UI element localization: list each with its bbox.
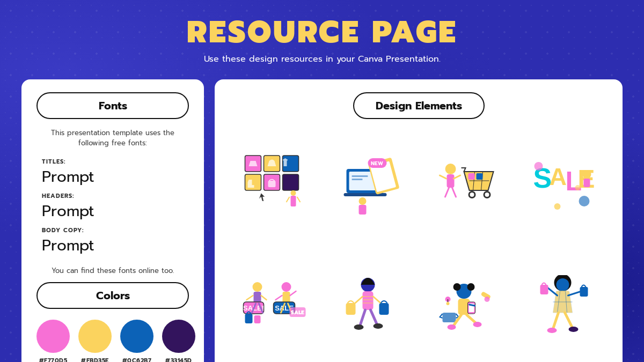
illustration-sale-text: S A L E bbox=[518, 128, 608, 243]
svg-rect-19 bbox=[352, 179, 363, 180]
illustration-sale-signs: SALE! SALE bbox=[230, 249, 319, 362]
svg-rect-92 bbox=[443, 313, 456, 322]
svg-text:SALE: SALE bbox=[291, 308, 304, 316]
svg-line-58 bbox=[290, 291, 296, 295]
svg-line-57 bbox=[276, 295, 282, 300]
illustration-shopping-wall bbox=[230, 128, 319, 243]
svg-rect-23 bbox=[447, 174, 455, 188]
svg-point-109 bbox=[547, 328, 557, 333]
svg-line-50 bbox=[261, 295, 267, 300]
color-circle-yellow bbox=[78, 320, 112, 353]
font-entry-titles: TITLES: Prompt bbox=[42, 157, 189, 188]
svg-rect-35 bbox=[469, 173, 475, 180]
svg-rect-5 bbox=[283, 174, 299, 190]
page-header: RESOURCE PAGE Use these design resources… bbox=[187, 16, 458, 65]
svg-rect-65 bbox=[245, 314, 253, 323]
svg-point-32 bbox=[470, 193, 474, 197]
svg-point-55 bbox=[282, 282, 291, 292]
svg-point-46 bbox=[575, 185, 581, 190]
svg-line-104 bbox=[568, 291, 582, 295]
font-entry-headers: HEADERS: Prompt bbox=[42, 191, 189, 223]
svg-text:NEW: NEW bbox=[371, 159, 383, 167]
svg-line-9 bbox=[287, 197, 290, 202]
svg-text:A: A bbox=[550, 163, 567, 190]
svg-line-108 bbox=[565, 313, 573, 328]
color-hex-pink: #F770D5 bbox=[39, 356, 68, 362]
design-elements-label: Design Elements bbox=[353, 92, 485, 119]
svg-line-72 bbox=[354, 297, 363, 305]
colors-swatches: #F770D5 #FBD35E #0C62B7 #33145D bbox=[36, 320, 189, 362]
svg-point-82 bbox=[467, 283, 475, 291]
colors-label: Colors bbox=[36, 282, 189, 309]
color-swatch-purple: #33145D bbox=[162, 320, 195, 362]
svg-point-91 bbox=[485, 297, 490, 302]
design-elements-header: Design Elements bbox=[230, 92, 608, 119]
svg-rect-3 bbox=[245, 174, 261, 190]
svg-point-88 bbox=[447, 302, 450, 305]
svg-point-44 bbox=[583, 170, 591, 179]
svg-line-107 bbox=[553, 313, 559, 329]
font-name-body: Prompt bbox=[42, 234, 189, 257]
content-area: Fonts This presentation template uses th… bbox=[21, 79, 623, 362]
svg-line-26 bbox=[445, 188, 449, 197]
svg-line-86 bbox=[470, 305, 475, 306]
svg-line-27 bbox=[452, 188, 456, 197]
svg-line-77 bbox=[371, 310, 377, 324]
svg-rect-18 bbox=[352, 175, 368, 177]
illustration-walking-shopper bbox=[326, 249, 415, 362]
color-hex-yellow: #FBD35E bbox=[81, 356, 109, 362]
svg-rect-36 bbox=[477, 173, 483, 180]
font-entry-body: BODY COPY: Prompt bbox=[42, 226, 189, 257]
illustration-shopping-cart bbox=[422, 128, 511, 243]
svg-point-42 bbox=[579, 196, 590, 206]
color-swatch-blue: #0C62B7 bbox=[120, 320, 153, 362]
color-circle-blue bbox=[120, 320, 153, 353]
svg-rect-74 bbox=[346, 303, 356, 315]
svg-line-76 bbox=[360, 310, 365, 326]
svg-rect-45 bbox=[584, 179, 590, 187]
svg-line-10 bbox=[297, 197, 301, 202]
svg-point-7 bbox=[291, 190, 296, 196]
font-name-titles: Prompt bbox=[42, 165, 189, 188]
svg-rect-68 bbox=[363, 291, 374, 310]
svg-point-79 bbox=[374, 323, 383, 329]
color-circle-purple bbox=[162, 320, 195, 353]
illustrations-grid: NEW bbox=[230, 128, 608, 362]
svg-rect-106 bbox=[580, 287, 588, 297]
svg-point-20 bbox=[359, 197, 367, 205]
svg-point-96 bbox=[473, 322, 482, 327]
svg-point-34 bbox=[485, 193, 489, 197]
page-subtitle: Use these design resources in your Canva… bbox=[187, 53, 458, 65]
page-title: RESOURCE PAGE bbox=[187, 16, 458, 49]
color-hex-blue: #0C62B7 bbox=[122, 356, 152, 362]
svg-line-25 bbox=[454, 175, 460, 179]
svg-point-81 bbox=[453, 283, 461, 291]
color-swatch-yellow: #FBD35E bbox=[78, 320, 112, 362]
svg-line-94 bbox=[467, 315, 477, 323]
left-panel: Fonts This presentation template uses th… bbox=[21, 79, 204, 362]
svg-point-22 bbox=[445, 164, 456, 174]
illustration-dancing-shopper bbox=[518, 249, 608, 362]
svg-point-41 bbox=[535, 162, 543, 171]
svg-line-24 bbox=[440, 175, 447, 179]
svg-rect-6 bbox=[268, 181, 276, 187]
illustration-laptop-new: NEW bbox=[326, 128, 415, 243]
fonts-label: Fonts bbox=[36, 92, 189, 119]
svg-point-99 bbox=[557, 278, 569, 291]
svg-rect-75 bbox=[379, 303, 389, 315]
svg-point-43 bbox=[554, 203, 561, 210]
font-name-headers: Prompt bbox=[42, 200, 189, 223]
svg-rect-21 bbox=[359, 205, 367, 215]
font-entries: TITLES: Prompt HEADERS: Prompt BODY COPY… bbox=[36, 157, 189, 257]
svg-point-95 bbox=[448, 324, 456, 330]
svg-rect-66 bbox=[254, 315, 261, 323]
color-hex-purple: #33145D bbox=[165, 356, 192, 362]
svg-rect-105 bbox=[540, 285, 548, 294]
svg-rect-8 bbox=[291, 196, 296, 206]
svg-point-78 bbox=[354, 324, 364, 330]
illustration-phone-earrings bbox=[422, 249, 511, 362]
svg-point-47 bbox=[253, 282, 262, 292]
svg-line-49 bbox=[247, 295, 253, 300]
fonts-footer: You can find these fonts online too. bbox=[36, 265, 189, 276]
right-panel: Design Elements bbox=[215, 79, 623, 362]
